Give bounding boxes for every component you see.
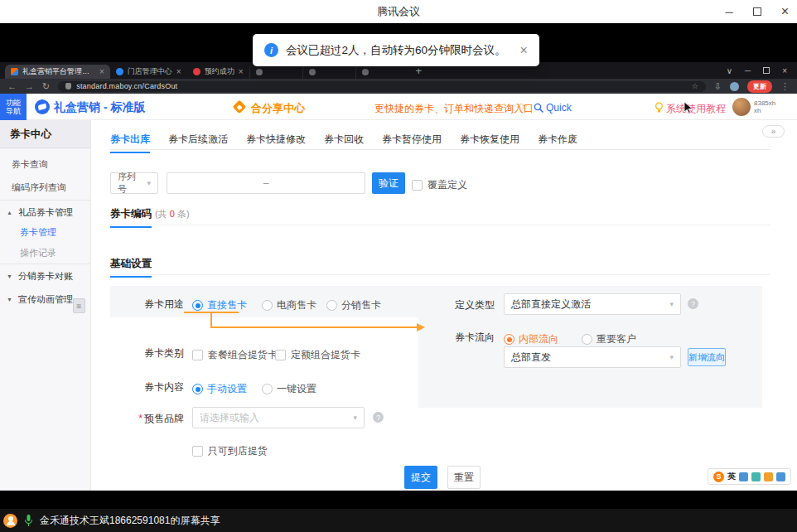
sidebar-item-card-query[interactable]: 券卡查询 bbox=[12, 155, 48, 173]
sogou-logo-icon[interactable]: S bbox=[713, 472, 724, 482]
checkbox-label: 只可到店提货 bbox=[208, 444, 268, 458]
maximize-icon[interactable] bbox=[753, 7, 761, 16]
serial-select[interactable]: 序列号 ▾ bbox=[110, 172, 158, 194]
share-center-link[interactable]: 合分享中心 bbox=[251, 101, 305, 116]
browser-minimize-icon[interactable]: ─ bbox=[745, 66, 751, 75]
sidebar-item-code-sequence-query[interactable]: 编码序列查询 bbox=[12, 178, 66, 196]
sidebar-item-operation-log[interactable]: 操作记录 bbox=[20, 244, 56, 262]
sidebar-item-label: 券卡查询 bbox=[12, 159, 48, 169]
definition-type-help-icon[interactable]: ? bbox=[688, 298, 698, 309]
radio-label: 电商售卡 bbox=[277, 298, 316, 312]
back-icon[interactable]: ← bbox=[7, 81, 17, 91]
ime-settings-icon[interactable] bbox=[776, 472, 785, 481]
refresh-icon[interactable]: ↻ bbox=[42, 81, 50, 92]
update-button[interactable]: 更新 bbox=[747, 80, 772, 93]
browser-window-controls: ∨ ─ × bbox=[727, 62, 797, 79]
browser-menu-icon[interactable]: ⋮ bbox=[780, 81, 790, 92]
reset-button[interactable]: 重置 bbox=[447, 466, 481, 489]
browser-maximize-icon[interactable] bbox=[763, 67, 770, 74]
chevron-down-icon: ▾ bbox=[669, 300, 674, 308]
radio-ecommerce-sale[interactable]: 电商售卡 bbox=[262, 298, 316, 312]
pointer-hand-icon: ☞ bbox=[519, 100, 529, 113]
sidebar-item-label: 宣传动画管理 bbox=[18, 294, 73, 304]
flow-select[interactable]: 总部直发 ▾ bbox=[504, 346, 681, 368]
tab-close-icon[interactable]: × bbox=[176, 67, 181, 76]
ime-handwriting-icon[interactable] bbox=[751, 472, 761, 481]
radio-important-customer[interactable]: 重要客户 bbox=[582, 332, 636, 346]
minimize-icon[interactable]: ─ bbox=[725, 6, 732, 18]
radio-internal-flow[interactable]: 内部流向 bbox=[504, 332, 558, 346]
microphone-icon bbox=[23, 514, 34, 528]
required-mark: * bbox=[138, 413, 142, 424]
browser-tab[interactable]: 预约成功 × bbox=[187, 65, 249, 79]
user-avatar[interactable] bbox=[732, 98, 751, 116]
ime-toolbox-icon[interactable] bbox=[764, 472, 773, 481]
submit-button[interactable]: 提交 bbox=[404, 466, 437, 489]
toast-close-icon[interactable]: × bbox=[520, 43, 528, 58]
verify-button[interactable]: 验证 bbox=[372, 172, 405, 194]
browser-tab[interactable] bbox=[355, 65, 408, 79]
sidebar-group-distribution-reconcile[interactable]: ▼ 分销券卡对账 bbox=[7, 267, 73, 285]
browser-tab[interactable] bbox=[302, 65, 355, 79]
security-icon bbox=[65, 83, 71, 89]
screen-share-status-text: 金禾通技术王斌18662591081的屏幕共享 bbox=[40, 514, 220, 528]
checkbox-fixed-combo-card[interactable]: 定额组合提货卡 bbox=[275, 348, 360, 362]
add-flow-button[interactable]: 新增流向 bbox=[688, 348, 726, 366]
browser-close-icon[interactable]: × bbox=[782, 66, 787, 75]
new-tab-icon[interactable]: + bbox=[416, 65, 423, 77]
chevron-down-icon: ▾ bbox=[669, 353, 674, 361]
radio-icon bbox=[326, 300, 337, 311]
button-label: 重置 bbox=[454, 471, 474, 485]
address-bar[interactable]: standard.maboy.cn/CardsOut ☆ bbox=[58, 81, 706, 92]
panel-collapse-button[interactable]: » bbox=[762, 125, 785, 138]
definition-type-select[interactable]: 总部直接定义激活 ▾ bbox=[504, 293, 681, 315]
sidebar-item-card-management[interactable]: 券卡管理 bbox=[20, 223, 56, 241]
browser-tab[interactable] bbox=[249, 65, 302, 79]
quick-search-link[interactable]: Quick bbox=[546, 102, 572, 114]
checkbox-package-combo-card[interactable]: 套餐组合提货卡 bbox=[192, 348, 278, 362]
content-label: 券卡内容 bbox=[97, 380, 184, 394]
function-nav-button[interactable]: 功能 导航 bbox=[0, 94, 27, 120]
checkbox-icon bbox=[192, 446, 203, 457]
radio-direct-sale[interactable]: 直接售卡 bbox=[192, 298, 247, 312]
checkbox-store-pickup-only[interactable]: 只可到店提货 bbox=[192, 444, 268, 458]
sidebar-collapse-handle[interactable]: ≡ bbox=[73, 298, 85, 313]
forward-icon[interactable]: → bbox=[25, 81, 34, 91]
browser-profile-icon[interactable] bbox=[730, 82, 739, 91]
user-name: 8385xh xh bbox=[754, 99, 775, 114]
tab-close-icon[interactable]: × bbox=[99, 67, 104, 76]
code-range-input[interactable]: – bbox=[167, 172, 365, 194]
sidebar-group-promo-animation[interactable]: ▼ 宣传动画管理 bbox=[7, 290, 73, 308]
radio-onekey-setup[interactable]: 一键设置 bbox=[262, 382, 316, 396]
section-count: (共 0 条) bbox=[155, 208, 190, 220]
tab-close-icon[interactable]: × bbox=[239, 67, 244, 76]
select-value: 序列号 bbox=[118, 171, 142, 196]
definition-type-label: 定义类型 bbox=[408, 298, 495, 312]
download-icon[interactable]: ⇩ bbox=[714, 81, 722, 92]
checkbox-icon bbox=[412, 180, 423, 191]
close-icon[interactable]: × bbox=[781, 4, 789, 19]
double-chevron-icon: » bbox=[771, 127, 776, 136]
browser-tab-active[interactable]: 礼盒营销平台管理中心 × bbox=[5, 65, 110, 79]
promo-text[interactable]: 更快捷的券卡、订单和快递查询入口 bbox=[374, 102, 534, 116]
tab-search-icon[interactable]: ∨ bbox=[727, 66, 732, 75]
brand-help-icon[interactable]: ? bbox=[373, 412, 384, 423]
radio-label: 分销售卡 bbox=[341, 298, 381, 312]
radio-label: 手动设置 bbox=[207, 382, 247, 396]
sidebar-group-gift-card-mgmt[interactable]: ▲ 礼品券卡管理 bbox=[7, 203, 73, 221]
brand-select[interactable]: 请选择或输入 ▾ bbox=[192, 407, 365, 428]
window-title: 腾讯会议 bbox=[377, 4, 420, 19]
button-label: 新增流向 bbox=[688, 351, 725, 364]
tutorial-link[interactable]: 系统使用教程 bbox=[666, 102, 726, 116]
section-divider bbox=[110, 225, 770, 225]
label-text: 预售品牌 bbox=[144, 413, 184, 424]
radio-icon bbox=[262, 300, 273, 311]
radio-distribution-sale[interactable]: 分销售卡 bbox=[326, 298, 381, 312]
bookmark-star-icon[interactable]: ☆ bbox=[692, 82, 698, 90]
radio-manual-setup[interactable]: 手动设置 bbox=[192, 382, 247, 396]
override-definition-checkbox[interactable]: 覆盖定义 bbox=[412, 178, 467, 192]
ime-language-indicator[interactable]: 英 bbox=[727, 471, 736, 482]
browser-tab[interactable]: 门店管理中心 × bbox=[110, 65, 187, 79]
app-logo-text: 礼盒营销 - 标准版 bbox=[54, 100, 145, 115]
ime-keyboard-icon[interactable] bbox=[739, 472, 748, 481]
